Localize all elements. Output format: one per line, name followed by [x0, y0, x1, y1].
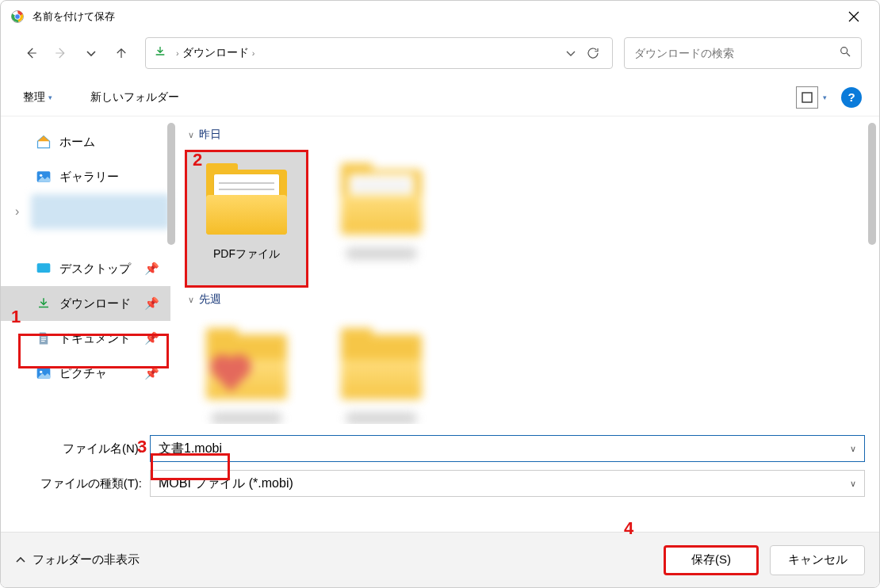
file-item-pdf-folder[interactable]: PDFファイル: [185, 150, 308, 288]
download-location-icon: [154, 45, 166, 61]
sidebar-item-home[interactable]: ホーム: [1, 124, 170, 159]
sidebar-label: デスクトップ: [59, 262, 131, 277]
file-content-pane[interactable]: ∨昨日 PDFファイル ∨先週: [170, 116, 879, 424]
filename-label: ファイル名(N):: [15, 441, 150, 456]
save-button[interactable]: 保存(S): [664, 545, 759, 575]
group-last-week[interactable]: ∨先週: [188, 292, 865, 307]
toolbar: 整理▾ 新しいフォルダー ▾ ?: [1, 78, 879, 116]
file-label: PDFファイル: [213, 247, 280, 262]
svg-rect-7: [37, 263, 51, 273]
svg-point-2: [15, 14, 21, 20]
file-item-blurred[interactable]: [185, 315, 308, 424]
new-folder-button[interactable]: 新しいフォルダー: [86, 87, 184, 108]
filename-input[interactable]: [159, 441, 856, 456]
sidebar-item-gallery[interactable]: ギャラリー: [1, 159, 170, 194]
file-label-blurred: [346, 247, 417, 260]
sidebar: ホーム ギャラリー デスクトップ 📌 ダウンロード 📌 ドキュメント 📌 ピクチ…: [1, 116, 170, 424]
sidebar-label: ダウンロード: [59, 296, 131, 311]
refresh-button[interactable]: [582, 46, 604, 60]
sidebar-item-downloads[interactable]: ダウンロード 📌: [1, 286, 170, 321]
search-input[interactable]: [634, 47, 839, 59]
breadcrumb-sep: ›: [176, 48, 179, 58]
sidebar-item-desktop[interactable]: デスクトップ 📌: [1, 251, 170, 286]
file-item-blurred[interactable]: [319, 315, 443, 424]
svg-point-6: [40, 174, 42, 177]
folder-icon: [338, 325, 425, 404]
path-bar[interactable]: › ダウンロード ›: [145, 37, 613, 69]
folder-icon: [203, 325, 290, 404]
sidebar-label: ドキュメント: [59, 331, 131, 346]
sidebar-item-user[interactable]: [1, 194, 170, 229]
group-label: 先週: [199, 292, 221, 307]
desktop-icon: [36, 261, 52, 277]
nav-forward-button[interactable]: [48, 40, 74, 66]
nav-up-button[interactable]: [109, 40, 134, 66]
view-mode-dropdown[interactable]: ▾: [823, 94, 827, 101]
sidebar-label: ピクチャ: [59, 366, 107, 381]
folder-icon: [338, 160, 425, 239]
footer: フォルダーの非表示 保存(S) キャンセル: [1, 532, 879, 587]
pin-icon: 📌: [144, 262, 159, 276]
content-scrollbar[interactable]: [868, 123, 876, 245]
download-icon: [36, 296, 52, 311]
document-icon: [36, 330, 52, 346]
file-label-blurred: [211, 412, 282, 424]
titlebar: 名前を付けて保存: [1, 1, 879, 32]
chevron-up-icon: [15, 555, 26, 566]
filetype-label: ファイルの種類(T):: [15, 476, 150, 491]
hide-folders-toggle[interactable]: フォルダーの非表示: [15, 552, 140, 567]
pin-icon: 📌: [144, 296, 159, 311]
filename-input-wrapper[interactable]: ∨: [150, 435, 865, 462]
chrome-icon: [10, 10, 25, 24]
organize-label: 整理: [23, 90, 45, 105]
gallery-icon: [36, 169, 52, 185]
filetype-value: MOBI ファイル (*.mobi): [159, 475, 293, 492]
file-label-blurred: [346, 412, 417, 424]
svg-rect-10: [41, 341, 45, 342]
sidebar-item-documents[interactable]: ドキュメント 📌: [1, 321, 170, 356]
file-item-blurred[interactable]: [319, 150, 443, 288]
svg-point-3: [841, 48, 847, 54]
filetype-dropdown[interactable]: ∨: [850, 479, 856, 489]
nav-bar: › ダウンロード ›: [1, 32, 879, 74]
filetype-select[interactable]: MOBI ファイル (*.mobi) ∨: [150, 470, 865, 497]
new-folder-label: 新しいフォルダー: [90, 90, 179, 105]
pin-icon: 📌: [144, 331, 159, 346]
help-button[interactable]: ?: [841, 87, 862, 108]
svg-rect-9: [41, 339, 46, 340]
pin-icon: 📌: [144, 366, 159, 380]
group-label: 昨日: [199, 128, 221, 142]
main-area: ホーム ギャラリー デスクトップ 📌 ダウンロード 📌 ドキュメント 📌 ピクチ…: [1, 116, 879, 424]
nav-recent-button[interactable]: [78, 40, 104, 66]
breadcrumb-downloads[interactable]: ダウンロード: [182, 46, 249, 60]
close-button[interactable]: [838, 1, 870, 32]
fields-area: ファイル名(N): ∨ ファイルの種類(T): MOBI ファイル (*.mob…: [1, 424, 879, 497]
sidebar-item-pictures[interactable]: ピクチャ 📌: [1, 356, 170, 391]
search-bar[interactable]: [624, 37, 862, 69]
view-mode-button[interactable]: [796, 86, 818, 109]
sidebar-label: ホーム: [59, 135, 95, 150]
hide-folders-label: フォルダーの非表示: [33, 552, 140, 567]
folder-icon: [203, 160, 290, 239]
nav-back-button[interactable]: [18, 40, 44, 66]
window-title: 名前を付けて保存: [33, 10, 838, 24]
cancel-button[interactable]: キャンセル: [770, 545, 865, 575]
search-icon[interactable]: [839, 45, 851, 61]
svg-rect-8: [41, 338, 46, 338]
svg-point-12: [40, 371, 42, 373]
group-yesterday[interactable]: ∨昨日: [188, 128, 865, 142]
path-history-dropdown[interactable]: [560, 48, 582, 59]
filename-dropdown[interactable]: ∨: [850, 444, 856, 454]
blurred-account-item: [31, 194, 170, 229]
svg-rect-4: [802, 93, 812, 102]
breadcrumb-sep: ›: [252, 48, 255, 58]
organize-menu[interactable]: 整理▾: [18, 87, 57, 108]
home-icon: [36, 134, 52, 150]
pictures-icon: [36, 365, 52, 381]
sidebar-label: ギャラリー: [59, 170, 119, 185]
